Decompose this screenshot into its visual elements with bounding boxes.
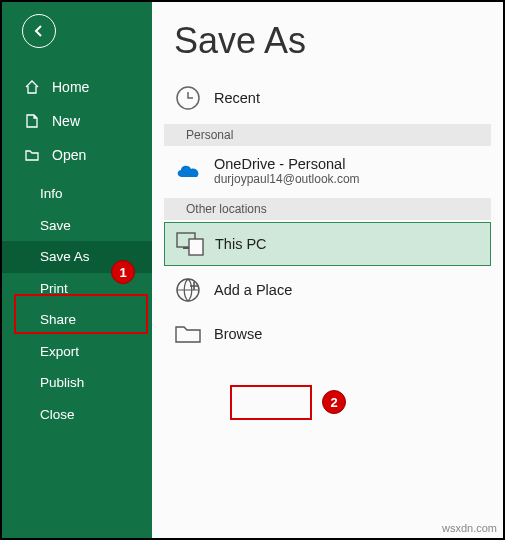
watermark: wsxdn.com — [442, 522, 497, 534]
nav-home-label: Home — [52, 80, 89, 94]
clock-icon — [174, 84, 214, 112]
nav-info-label: Info — [40, 187, 63, 201]
nav-close-label: Close — [40, 408, 75, 422]
nav-share[interactable]: Share — [2, 304, 152, 336]
nav-share-label: Share — [40, 313, 76, 327]
callout-1: 1 — [111, 260, 135, 284]
nav-save-as-label: Save As — [40, 250, 90, 264]
new-icon — [24, 113, 42, 129]
location-add-place[interactable]: Add a Place — [152, 268, 503, 312]
add-place-icon — [174, 276, 214, 304]
pc-icon — [175, 231, 215, 257]
add-place-label: Add a Place — [214, 282, 292, 298]
nav-open-label: Open — [52, 148, 86, 162]
nav-close[interactable]: Close — [2, 399, 152, 431]
callout-2: 2 — [322, 390, 346, 414]
back-button[interactable] — [22, 14, 56, 48]
location-recent-label: Recent — [214, 90, 260, 106]
location-recent[interactable]: Recent — [152, 76, 503, 120]
nav-save[interactable]: Save — [2, 210, 152, 242]
location-this-pc[interactable]: This PC — [164, 222, 491, 266]
folder-icon — [174, 323, 214, 345]
nav-print-label: Print — [40, 282, 68, 296]
location-onedrive[interactable]: OneDrive - Personal durjoypaul14@outlook… — [152, 148, 503, 194]
open-icon — [24, 147, 42, 163]
nav-save-label: Save — [40, 219, 71, 233]
nav-info[interactable]: Info — [2, 178, 152, 210]
nav-home[interactable]: Home — [2, 70, 152, 104]
nav-publish[interactable]: Publish — [2, 367, 152, 399]
svg-rect-2 — [183, 247, 189, 249]
nav-export-label: Export — [40, 345, 79, 359]
page-title: Save As — [174, 20, 503, 62]
svg-rect-3 — [189, 239, 203, 255]
location-browse[interactable]: Browse — [152, 312, 503, 356]
save-as-panel: Save As Recent Personal OneDrive - Perso… — [152, 2, 503, 538]
nav-open[interactable]: Open — [2, 138, 152, 172]
home-icon — [24, 79, 42, 95]
browse-label: Browse — [214, 326, 262, 342]
nav-publish-label: Publish — [40, 376, 84, 390]
onedrive-email: durjoypaul14@outlook.com — [214, 172, 360, 186]
onedrive-title: OneDrive - Personal — [214, 156, 360, 172]
cloud-icon — [174, 161, 214, 181]
nav-export[interactable]: Export — [2, 336, 152, 368]
nav-new-label: New — [52, 114, 80, 128]
section-other: Other locations — [164, 198, 491, 220]
this-pc-label: This PC — [215, 236, 267, 252]
nav-new[interactable]: New — [2, 104, 152, 138]
arrow-left-icon — [31, 23, 47, 39]
section-personal: Personal — [164, 124, 491, 146]
